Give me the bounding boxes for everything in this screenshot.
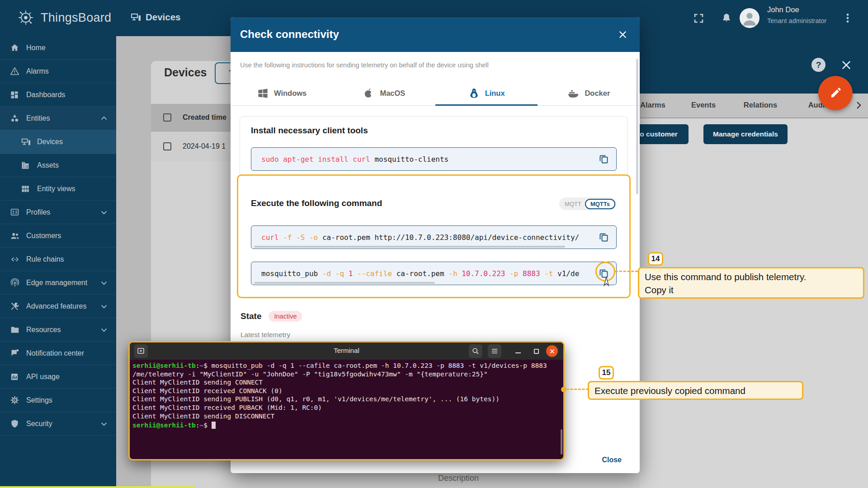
sidebar-item-label: Devices xyxy=(37,138,63,146)
dialog-close-icon[interactable] xyxy=(618,29,628,40)
command-text: mosquitto_pub -d -q 1 --cafile ca-root.p… xyxy=(261,269,579,278)
sidebar-item-label: Advanced features xyxy=(26,302,86,310)
tab-alarms[interactable]: Alarms xyxy=(640,101,665,109)
horizontal-scrollbar[interactable] xyxy=(254,282,435,284)
terminal-line: Client MyClientID received PUBACK (Mid: … xyxy=(132,404,559,412)
chevron-up-icon xyxy=(99,113,109,123)
os-tab-windows[interactable]: Windows xyxy=(231,81,333,105)
sidebar-item-entity-views[interactable]: Entity views xyxy=(0,177,116,201)
tabs-scroll-chevron-icon[interactable] xyxy=(853,100,864,111)
code-segment: -o xyxy=(305,233,318,242)
terminal-output[interactable]: serhii@serhii-tb:~$ mosquitto_pub -d -q … xyxy=(132,361,559,457)
fullscreen-icon[interactable] xyxy=(693,12,705,24)
code-segment: 8883 xyxy=(518,269,540,278)
terminal-close-icon[interactable] xyxy=(546,345,558,357)
docker-icon xyxy=(567,87,580,100)
sidebar-item-label: Settings xyxy=(26,396,52,404)
terminal-titlebar[interactable]: Terminal xyxy=(130,343,563,360)
sidebar-item-label: Edge management xyxy=(26,279,87,287)
os-tab-docker[interactable]: Docker xyxy=(538,81,640,105)
chevron-down-icon xyxy=(99,419,109,429)
terminal-line: Client MyClientID sending PUBLISH (d0, q… xyxy=(132,395,559,404)
horizontal-scrollbar[interactable] xyxy=(254,246,565,248)
rules-icon xyxy=(10,254,20,264)
home-icon xyxy=(10,43,20,52)
column-created-time[interactable]: Created time xyxy=(183,113,226,122)
sidebar-item-api-usage[interactable]: API usage xyxy=(0,365,116,389)
protocol-toggle[interactable]: MQTT MQTTs xyxy=(559,197,617,210)
terminal-cursor xyxy=(212,422,216,429)
os-tab-linux[interactable]: Linux xyxy=(435,81,538,105)
sidebar-item-label: Resources xyxy=(26,326,61,334)
header-checkbox[interactable] xyxy=(163,113,172,122)
assets-icon xyxy=(21,161,31,170)
sidebar-item-label: Rule chains xyxy=(26,255,64,263)
notifications-bell-icon[interactable] xyxy=(721,12,732,24)
code-segment: -f xyxy=(279,233,292,242)
sidebar-item-home[interactable]: Home xyxy=(0,36,116,60)
status-badge: Inactive xyxy=(269,311,302,322)
sidebar-item-edge-management[interactable]: Edge management xyxy=(0,271,116,295)
chevron-down-icon xyxy=(99,207,109,217)
sidebar-item-rule-chains[interactable]: Rule chains xyxy=(0,248,116,271)
sidebar-item-profiles[interactable]: Profiles xyxy=(0,201,116,224)
code-segment: mosquitto-clients xyxy=(370,155,448,164)
tab-relations[interactable]: Relations xyxy=(744,101,777,109)
copy-icon[interactable] xyxy=(594,226,613,249)
sidebar: HomeAlarmsDashboardsEntitiesDevicesAsset… xyxy=(0,36,116,488)
protocol-mqtt[interactable]: MQTT xyxy=(565,201,581,207)
tab-events[interactable]: Events xyxy=(691,101,716,109)
close-button[interactable]: Close xyxy=(602,456,622,464)
sidebar-item-advanced-features[interactable]: Advanced features xyxy=(0,295,116,318)
sidebar-item-security[interactable]: Security xyxy=(0,412,116,436)
callout-15-dot xyxy=(561,387,566,392)
user-avatar[interactable] xyxy=(740,8,760,28)
copy-icon[interactable] xyxy=(594,148,613,170)
sidebar-item-assets[interactable]: Assets xyxy=(0,154,116,177)
windows-icon xyxy=(257,87,269,99)
sidebar-item-devices[interactable]: Devices xyxy=(0,130,116,154)
maximize-icon[interactable] xyxy=(529,344,543,358)
terminal-scrollbar[interactable] xyxy=(561,429,562,455)
sidebar-item-settings[interactable]: Settings xyxy=(0,389,116,412)
sidebar-item-notification-center[interactable]: Notification center xyxy=(0,342,116,365)
sidebar-item-label: Entities xyxy=(26,114,50,122)
search-icon[interactable] xyxy=(469,344,482,358)
user-name: John Doe xyxy=(767,5,799,14)
customers-icon xyxy=(10,231,20,241)
callout-14-box: Use this command to publish telemetry. C… xyxy=(638,267,864,299)
profiles-icon xyxy=(10,207,20,217)
sidebar-item-label: Security xyxy=(26,420,52,428)
drawer-close-icon[interactable] xyxy=(840,59,853,71)
sidebar-item-alarms[interactable]: Alarms xyxy=(0,60,116,83)
sidebar-item-resources[interactable]: Resources xyxy=(0,318,116,342)
edit-device-fab[interactable] xyxy=(818,76,853,110)
brand[interactable]: ThingsBoard xyxy=(15,7,111,28)
protocol-mqtts[interactable]: MQTTs xyxy=(585,199,615,209)
kebab-menu-icon[interactable] xyxy=(842,12,854,24)
menu-icon[interactable] xyxy=(488,344,501,358)
decorative-line xyxy=(0,486,196,488)
entities-icon xyxy=(10,113,20,123)
dialog-scrollbar[interactable] xyxy=(636,59,638,194)
sidebar-item-entities[interactable]: Entities xyxy=(0,107,116,130)
os-tab-label: Linux xyxy=(485,89,505,98)
sidebar-item-customers[interactable]: Customers xyxy=(0,224,116,248)
help-icon[interactable]: ? xyxy=(811,58,826,72)
code-segment: -d xyxy=(318,269,331,278)
dialog-header: Check connectivity xyxy=(231,17,640,52)
app-root: ThingsBoard Devices John Doe Tenant admi… xyxy=(0,0,868,488)
os-tab-macos[interactable]: MacOS xyxy=(333,81,435,105)
sidebar-item-dashboards[interactable]: Dashboards xyxy=(0,83,116,107)
breadcrumb-label: Devices xyxy=(146,12,181,23)
command-text: sudo apt-get install curl mosquitto-clie… xyxy=(261,155,448,164)
chevron-down-icon xyxy=(99,278,109,288)
row-checkbox[interactable] xyxy=(163,142,172,151)
sidebar-item-label: Dashboards xyxy=(26,91,65,99)
callout-14-line2: Copy it xyxy=(645,283,858,296)
sidebar-item-label: Assets xyxy=(37,161,59,169)
manage-credentials-button[interactable]: Manage credentials xyxy=(703,124,788,144)
notification-icon xyxy=(10,348,20,358)
thingsboard-logo-icon xyxy=(15,7,36,28)
minimize-icon[interactable] xyxy=(511,344,525,358)
